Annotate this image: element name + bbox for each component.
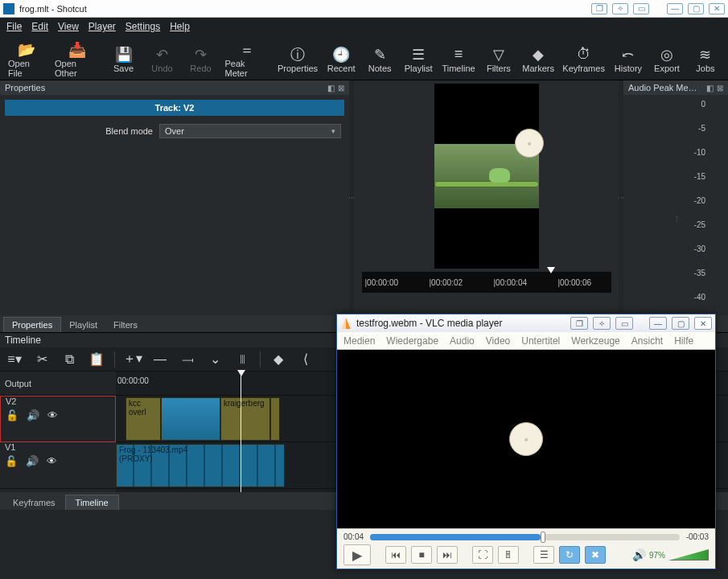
vlc-ext-settings-button[interactable]: 🎚 bbox=[498, 546, 519, 564]
tool-filters[interactable]: ▽Filters bbox=[481, 39, 516, 80]
hide-icon[interactable]: 👁 bbox=[47, 409, 58, 421]
tool-playlist[interactable]: ☰Playlist bbox=[401, 39, 436, 80]
vlc-dock-icon[interactable]: ▭ bbox=[615, 317, 633, 330]
tool-save[interactable]: 💾Save bbox=[106, 39, 142, 80]
tab-playlist[interactable]: Playlist bbox=[61, 318, 105, 332]
panel-close-icon[interactable]: ⊠ bbox=[338, 84, 344, 92]
mute-icon[interactable]: 🔊 bbox=[26, 455, 39, 467]
menu-settings[interactable]: Settings bbox=[125, 21, 160, 32]
tl-lift-icon[interactable]: ⟞ bbox=[178, 351, 197, 368]
menu-player[interactable]: Player bbox=[88, 21, 116, 32]
app-menubar: File Edit View Player Settings Help bbox=[0, 18, 728, 35]
window-close-icon[interactable]: ✕ bbox=[709, 3, 725, 14]
vlc-next-button[interactable]: ⏭ bbox=[437, 546, 458, 564]
vlc-speaker-icon[interactable]: 🔊 bbox=[632, 548, 646, 561]
tool-peak-meter[interactable]: ＝Peak Meter bbox=[222, 39, 272, 80]
menu-help[interactable]: Help bbox=[170, 21, 190, 32]
tl-menu-icon[interactable]: ≡▾ bbox=[5, 351, 24, 368]
tab-filters[interactable]: Filters bbox=[105, 318, 146, 332]
mdi-cascade-icon[interactable]: ❐ bbox=[591, 3, 607, 14]
tool-timeline[interactable]: ≡Timeline bbox=[439, 39, 478, 80]
lock-icon[interactable]: 🔓 bbox=[5, 455, 18, 467]
tl-copy-icon[interactable]: ⧉ bbox=[60, 351, 79, 368]
vlc-close-icon[interactable]: ✕ bbox=[694, 317, 712, 330]
window-maximize-icon[interactable]: ▢ bbox=[688, 3, 704, 14]
tool-keyframes[interactable]: ⏱Keyframes bbox=[560, 39, 607, 80]
vlc-cascade-icon[interactable]: ❐ bbox=[570, 317, 588, 330]
vlc-menu-wiedergabe[interactable]: Wiedergabe bbox=[386, 335, 438, 347]
tool-open-file[interactable]: 📂Open File bbox=[5, 39, 48, 80]
tl-marker-icon[interactable]: ◆ bbox=[269, 351, 288, 368]
tl-cut-icon[interactable]: ✂ bbox=[32, 351, 51, 368]
clip[interactable]: Frog - 113403.mp4 (PROXY) bbox=[116, 444, 285, 487]
vlc-menu-medien[interactable]: Medien bbox=[343, 335, 375, 347]
vlc-titlebar[interactable]: testfrog.webm - VLC media player ❐ ✧ ▭ —… bbox=[337, 314, 715, 332]
vlc-minimize-icon[interactable]: — bbox=[649, 317, 667, 330]
playhead-icon[interactable] bbox=[547, 267, 555, 273]
preview-panel: ◎ |00:00:00 |00:00:02 |00:00:04 |00:00:0… bbox=[354, 80, 619, 315]
mdi-pin-icon[interactable]: ✧ bbox=[612, 3, 628, 14]
tool-markers[interactable]: ◆Markers bbox=[520, 39, 557, 80]
track-head-v1[interactable]: V1 🔓 🔊 👁 bbox=[0, 442, 116, 489]
vlc-menu-video[interactable]: Video bbox=[486, 335, 510, 347]
vlc-menu-werkzeuge[interactable]: Werkzeuge bbox=[571, 335, 619, 347]
vlc-menu-hilfe[interactable]: Hilfe bbox=[674, 335, 693, 347]
vlc-volume-slider[interactable] bbox=[668, 549, 709, 561]
timeline-playhead[interactable] bbox=[241, 372, 241, 492]
tool-jobs[interactable]: ≋Jobs bbox=[688, 39, 723, 80]
blend-mode-select[interactable]: Over ▾ bbox=[159, 124, 341, 138]
tool-export[interactable]: ◎Export bbox=[649, 39, 685, 80]
tool-history[interactable]: ⤺History bbox=[611, 39, 646, 80]
vlc-menu-ansicht[interactable]: Ansicht bbox=[631, 335, 663, 347]
vlc-play-button[interactable]: ▶ bbox=[343, 544, 371, 565]
tab-keyframes[interactable]: Keyframes bbox=[3, 495, 65, 510]
panel-undock-icon[interactable]: ◧ bbox=[706, 84, 714, 92]
window-minimize-icon[interactable]: — bbox=[667, 3, 683, 14]
vlc-seekbar[interactable] bbox=[370, 534, 680, 540]
tool-notes[interactable]: ✎Notes bbox=[362, 39, 397, 80]
hide-icon[interactable]: 👁 bbox=[47, 455, 57, 467]
properties-icon: ⓘ bbox=[290, 46, 305, 64]
tl-remove-icon[interactable]: — bbox=[150, 351, 170, 368]
vlc-fullscreen-button[interactable]: ⛶ bbox=[472, 546, 493, 564]
clip[interactable]: kraigerberg bbox=[220, 397, 270, 441]
tl-split-icon[interactable]: ⫴ bbox=[232, 351, 252, 368]
vlc-menu-audio[interactable]: Audio bbox=[450, 335, 475, 347]
history-icon: ⤺ bbox=[622, 46, 634, 64]
track-head-v2[interactable]: V2 🔓 🔊 👁 bbox=[0, 396, 116, 442]
tl-prev-icon[interactable]: ⟨ bbox=[296, 351, 315, 368]
tab-properties[interactable]: Properties bbox=[3, 317, 61, 332]
vlc-maximize-icon[interactable]: ▢ bbox=[672, 317, 689, 330]
clip[interactable]: kcc overl bbox=[125, 397, 161, 441]
vlc-shuffle-button[interactable]: ✖ bbox=[585, 546, 606, 564]
tl-add-icon[interactable]: ＋▾ bbox=[123, 351, 142, 368]
mute-icon[interactable]: 🔊 bbox=[27, 409, 39, 421]
track-head-output[interactable]: Output bbox=[0, 372, 116, 396]
panel-undock-icon[interactable]: ◧ bbox=[327, 84, 335, 92]
vlc-loop-button[interactable]: ↻ bbox=[559, 546, 580, 564]
tl-paste-icon[interactable]: 📋 bbox=[87, 351, 106, 368]
vlc-prev-button[interactable]: ⏮ bbox=[385, 546, 406, 564]
clip[interactable] bbox=[161, 397, 220, 441]
vlc-playlist-button[interactable]: ☰ bbox=[533, 546, 554, 564]
panel-close-icon[interactable]: ⊠ bbox=[717, 84, 723, 92]
mdi-dock-icon[interactable]: ▭ bbox=[633, 3, 649, 14]
vlc-pin-icon[interactable]: ✧ bbox=[593, 317, 611, 330]
lock-icon[interactable]: 🔓 bbox=[6, 409, 19, 421]
menu-edit[interactable]: Edit bbox=[31, 21, 48, 32]
video-preview[interactable]: ◎ bbox=[434, 84, 539, 269]
chevron-down-icon: ▾ bbox=[331, 127, 335, 135]
tl-insert-icon[interactable]: ⌄ bbox=[205, 351, 224, 368]
tool-recent[interactable]: 🕘Recent bbox=[323, 39, 359, 80]
audio-meter-panel: Audio Peak Me… ◧ ⊠ ⋮ 0-5-10-15-20-25-30-… bbox=[623, 80, 728, 315]
menu-view[interactable]: View bbox=[58, 21, 79, 32]
clip[interactable] bbox=[270, 397, 280, 441]
menu-file[interactable]: File bbox=[6, 21, 22, 32]
vlc-video-stage[interactable]: ◎ bbox=[337, 350, 715, 528]
vlc-menu-untertitel[interactable]: Untertitel bbox=[521, 335, 560, 347]
tool-open-other[interactable]: 📥Open Other bbox=[51, 39, 102, 80]
preview-ruler[interactable]: |00:00:00 |00:00:02 |00:00:04 |00:00:06 bbox=[362, 272, 611, 293]
vlc-stop-button[interactable]: ■ bbox=[411, 546, 432, 564]
tool-properties[interactable]: ⓘProperties bbox=[275, 39, 320, 80]
tab-timeline[interactable]: Timeline bbox=[65, 495, 119, 510]
